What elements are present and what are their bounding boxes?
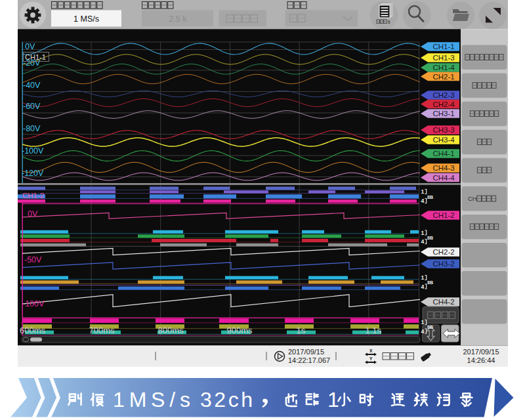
svg-text:CH2-3: CH2-3 [432, 91, 454, 99]
svg-text:0V: 0V [28, 209, 38, 219]
svg-text:8B: 8B [427, 236, 433, 240]
svg-text:900ms: 900ms [227, 326, 253, 335]
svg-text:CH3-3: CH3-3 [432, 126, 454, 134]
svg-text:X: X [369, 348, 373, 353]
svg-text:CH2-4: CH2-4 [432, 100, 455, 108]
svg-text:2017/09/15: 2017/09/15 [463, 348, 499, 356]
svg-text:-50V: -50V [24, 255, 42, 264]
svg-text:1: 1 [421, 230, 425, 236]
svg-text:Y: Y [369, 356, 373, 361]
svg-text:CH1-1: CH1-1 [432, 43, 454, 51]
svg-text:CH1-2: CH1-2 [432, 211, 454, 219]
svg-text:CH2-1: CH2-1 [432, 73, 454, 81]
svg-text:1 MS/s: 1 MS/s [74, 14, 99, 24]
svg-text:800ms: 800ms [158, 326, 184, 335]
svg-text:-100V: -100V [22, 299, 45, 308]
svg-text:CH2-2: CH2-2 [432, 248, 454, 256]
svg-text:CH3-4: CH3-4 [432, 136, 455, 144]
svg-text:CH1-2: CH1-2 [22, 192, 44, 200]
svg-text:14:26:44: 14:26:44 [467, 356, 495, 364]
svg-text:-60V: -60V [23, 102, 41, 111]
svg-text:-100V: -100V [22, 146, 44, 156]
svg-text:-80V: -80V [23, 124, 41, 133]
svg-text:4: 4 [421, 328, 425, 335]
svg-text:CH4-4: CH4-4 [432, 174, 455, 182]
svg-text:CH4-2: CH4-2 [432, 298, 454, 306]
svg-text:14:22:17.067: 14:22:17.067 [288, 356, 330, 364]
svg-text:1: 1 [421, 319, 425, 326]
svg-text:CH: CH [468, 195, 477, 202]
svg-text:6: 6 [388, 20, 390, 24]
svg-text:8B: 8B [427, 325, 433, 329]
svg-text:4: 4 [421, 198, 425, 204]
svg-text:4: 4 [421, 238, 425, 245]
svg-text:8B: 8B [427, 280, 433, 285]
svg-text:CH1-4: CH1-4 [432, 64, 455, 72]
svg-text:1: 1 [421, 188, 425, 195]
svg-text:2.5 k: 2.5 k [169, 14, 187, 24]
svg-text:600ms: 600ms [20, 326, 46, 335]
svg-text:CH3-1: CH3-1 [432, 110, 454, 117]
svg-text:CH3-2: CH3-2 [432, 260, 454, 268]
svg-text:2017/09/15: 2017/09/15 [288, 348, 324, 356]
svg-text:-120V: -120V [22, 169, 44, 178]
svg-text:-40V: -40V [23, 81, 41, 90]
svg-text:1.1s: 1.1s [366, 326, 382, 335]
svg-text:8B: 8B [427, 195, 433, 200]
svg-text:700ms: 700ms [89, 326, 116, 335]
svg-text:CH1-1: CH1-1 [25, 53, 46, 61]
svg-text:1: 1 [421, 274, 425, 281]
svg-text:1s: 1s [297, 326, 306, 335]
svg-text:CH4-3: CH4-3 [432, 164, 454, 172]
svg-text:1: 1 [327, 388, 339, 411]
svg-text:0V: 0V [25, 42, 35, 51]
svg-text:CH1-3: CH1-3 [432, 54, 454, 62]
svg-text:4: 4 [421, 284, 425, 290]
svg-text:CH4-1: CH4-1 [432, 150, 454, 158]
